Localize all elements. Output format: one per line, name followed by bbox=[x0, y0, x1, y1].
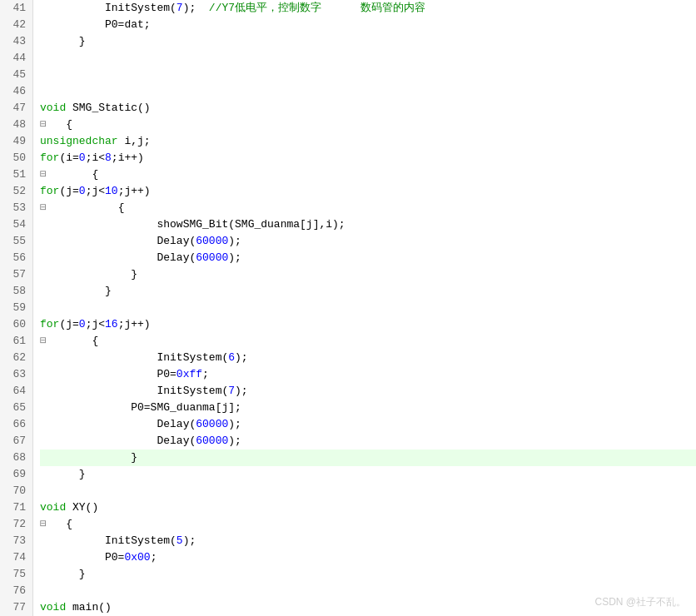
code-line: unsigned char i,j; bbox=[40, 133, 696, 150]
fold-indicator[interactable]: ⊟ bbox=[40, 200, 53, 216]
code-line: P0=SMG_duanma[j]; bbox=[40, 400, 696, 416]
line-number: 41 bbox=[7, 0, 26, 17]
code-line: void SMG_Static() bbox=[40, 100, 696, 117]
code-line: for(j=0;j<10;j++) bbox=[40, 183, 696, 200]
line-number: 48 bbox=[7, 117, 26, 133]
code-line: } bbox=[40, 266, 696, 283]
line-number: 46 bbox=[7, 83, 26, 100]
code-line: InitSystem(7); bbox=[40, 383, 696, 400]
line-numbers: 4142434445464748495051525354555657585960… bbox=[0, 0, 33, 616]
code-line: InitSystem(5); bbox=[40, 533, 696, 549]
line-number: 72 bbox=[7, 516, 26, 533]
code-line: InitSystem(7); //Y7低电平，控制数字 数码管的内容 bbox=[40, 0, 696, 17]
line-number: 62 bbox=[7, 350, 26, 366]
line-number: 77 bbox=[7, 599, 26, 616]
fold-indicator[interactable]: ⊟ bbox=[40, 117, 53, 133]
code-line: void XY() bbox=[40, 499, 696, 516]
line-number: 64 bbox=[7, 383, 26, 400]
code-line: ⊟ { bbox=[40, 200, 696, 216]
line-number: 66 bbox=[7, 416, 26, 433]
code-line: P0=0xff; bbox=[40, 366, 696, 383]
line-number: 51 bbox=[7, 166, 26, 183]
line-number: 65 bbox=[7, 400, 26, 416]
code-line: } bbox=[40, 566, 696, 583]
line-number: 70 bbox=[7, 483, 26, 499]
code-line: } bbox=[40, 33, 696, 50]
code-line: for(j=0;j<16;j++) bbox=[40, 316, 696, 333]
code-line: ⊟ { bbox=[40, 516, 696, 533]
code-area: 4142434445464748495051525354555657585960… bbox=[0, 0, 696, 616]
line-number: 44 bbox=[7, 50, 26, 67]
line-number: 73 bbox=[7, 533, 26, 549]
line-number: 56 bbox=[7, 250, 26, 266]
code-line: ⊟ { bbox=[40, 117, 696, 133]
line-number: 68 bbox=[7, 450, 26, 466]
fold-indicator[interactable]: ⊟ bbox=[40, 516, 53, 533]
watermark: CSDN @社子不乱。 bbox=[594, 595, 686, 609]
code-line: Delay(60000); bbox=[40, 416, 696, 433]
code-line bbox=[40, 50, 696, 67]
code-line bbox=[40, 67, 696, 83]
line-number: 54 bbox=[7, 216, 26, 233]
line-number: 59 bbox=[7, 300, 26, 316]
code-line bbox=[40, 483, 696, 499]
line-number: 60 bbox=[7, 316, 26, 333]
line-number: 45 bbox=[7, 67, 26, 83]
code-line: P0=dat; bbox=[40, 17, 696, 33]
line-number: 71 bbox=[7, 499, 26, 516]
fold-indicator[interactable]: ⊟ bbox=[40, 333, 53, 350]
code-line: Delay(60000); bbox=[40, 433, 696, 450]
line-number: 42 bbox=[7, 17, 26, 33]
code-line: P0=0x00; bbox=[40, 549, 696, 566]
line-number: 52 bbox=[7, 183, 26, 200]
line-number: 75 bbox=[7, 566, 26, 583]
code-line: Delay(60000); bbox=[40, 233, 696, 250]
code-line: ⊟ { bbox=[40, 333, 696, 350]
line-number: 49 bbox=[7, 133, 26, 150]
code-line: } bbox=[40, 450, 696, 466]
line-number: 43 bbox=[7, 33, 26, 50]
line-number: 61 bbox=[7, 333, 26, 350]
line-number: 53 bbox=[7, 200, 26, 216]
line-number: 57 bbox=[7, 266, 26, 283]
line-number: 63 bbox=[7, 366, 26, 383]
line-number: 55 bbox=[7, 233, 26, 250]
line-number: 67 bbox=[7, 433, 26, 450]
code-line: Delay(60000); bbox=[40, 250, 696, 266]
code-line bbox=[40, 83, 696, 100]
line-number: 50 bbox=[7, 150, 26, 166]
fold-indicator[interactable]: ⊟ bbox=[40, 166, 53, 183]
code-line: InitSystem(6); bbox=[40, 350, 696, 366]
code-line bbox=[40, 300, 696, 316]
line-number: 47 bbox=[7, 100, 26, 117]
code-line: showSMG_Bit(SMG_duanma[j],i); bbox=[40, 216, 696, 233]
line-number: 69 bbox=[7, 466, 26, 483]
line-number: 76 bbox=[7, 583, 26, 599]
code-line: for(i=0;i<8;i++) bbox=[40, 150, 696, 166]
line-number: 74 bbox=[7, 549, 26, 566]
editor-container: 4142434445464748495051525354555657585960… bbox=[0, 0, 696, 616]
code-line: ⊟ { bbox=[40, 166, 696, 183]
code-line: } bbox=[40, 466, 696, 483]
code-line: } bbox=[40, 283, 696, 300]
line-number: 58 bbox=[7, 283, 26, 300]
code-content[interactable]: InitSystem(7); //Y7低电平，控制数字 数码管的内容 P0=da… bbox=[33, 0, 696, 616]
